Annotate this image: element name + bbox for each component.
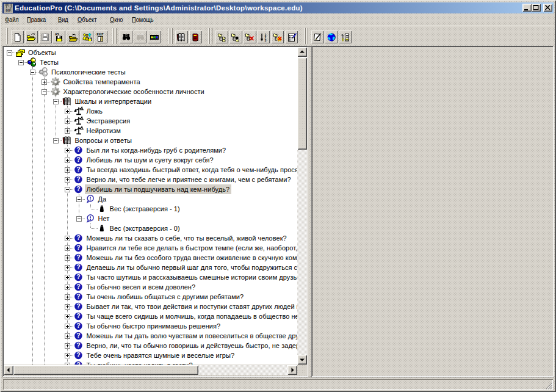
svg-text:?: ?: [76, 292, 80, 300]
svg-text:3: 3: [264, 38, 266, 42]
svg-text:EXiT: EXiT: [97, 32, 104, 36]
svg-text:?: ?: [76, 361, 80, 364]
svg-text:AS...: AS...: [55, 32, 62, 36]
svg-text:?: ?: [76, 341, 80, 349]
svg-text:?: ?: [76, 283, 80, 290]
svg-text:?: ?: [76, 175, 80, 183]
svg-text:?: ?: [76, 244, 80, 251]
svg-text:?: ?: [76, 332, 80, 339]
svg-text:?: ?: [76, 263, 80, 270]
svg-text:?: ?: [76, 253, 80, 261]
svg-text:?: ?: [76, 273, 80, 280]
svg-text:?: ?: [76, 302, 80, 310]
svg-text:?: ?: [76, 322, 80, 329]
svg-text:?: ?: [76, 351, 80, 358]
svg-text:?: ?: [76, 312, 80, 319]
svg-text:?: ?: [76, 156, 80, 163]
svg-text:?: ?: [76, 185, 80, 192]
svg-text:?: ?: [76, 234, 80, 241]
svg-text:?: ?: [76, 165, 80, 173]
svg-text:?: ?: [76, 146, 80, 153]
